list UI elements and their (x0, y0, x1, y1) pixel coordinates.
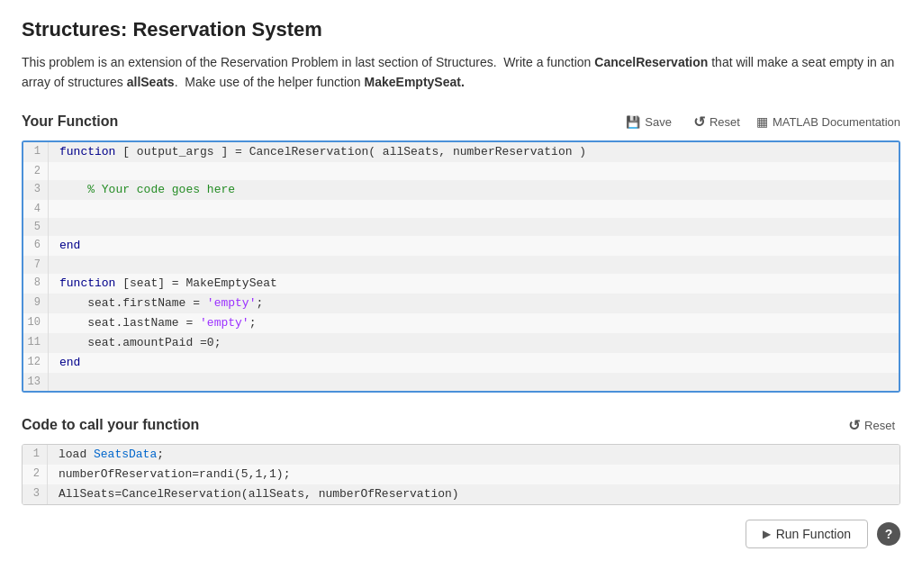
code-line-13: 13 (23, 373, 899, 391)
line-num-10: 10 (23, 313, 49, 333)
save-icon (626, 114, 640, 129)
call-line-num-3: 3 (23, 484, 48, 504)
reset-icon-2 (848, 417, 860, 434)
line-content-10: seat.lastName = 'empty'; (56, 313, 899, 333)
line-content-7 (56, 256, 899, 274)
line-num-11: 11 (23, 333, 49, 353)
call-function-header: Code to call your function Reset (22, 414, 900, 437)
line-num-5: 5 (23, 218, 49, 236)
line-content-9: seat.firstName = 'empty'; (56, 294, 899, 313)
page-title: Structures: Reservation System (22, 18, 900, 41)
code-line-3: 3 % Your code goes here (23, 180, 899, 200)
matlab-icon (756, 114, 768, 129)
code-line-6: 6 end (23, 236, 899, 256)
reset-icon (693, 113, 705, 131)
line-content-6: end (56, 236, 899, 256)
line-num-4: 4 (23, 200, 49, 218)
call-line-content-2: numberOfReservation=randi(5,1,1); (55, 465, 899, 484)
your-function-toolbar: Save Reset MATLAB Documentation (620, 111, 900, 133)
line-num-1: 1 (23, 142, 49, 162)
matlab-docs-label: MATLAB Documentation (773, 115, 900, 129)
line-content-5 (56, 218, 899, 236)
line-content-3: % Your code goes here (56, 180, 899, 200)
line-num-12: 12 (23, 353, 49, 373)
call-line-content-1: load SeatsData; (55, 445, 899, 465)
line-content-13 (56, 373, 899, 391)
reset-label: Reset (710, 115, 740, 129)
call-function-toolbar: Reset (843, 414, 900, 437)
call-line-content-3: AllSeats=CancelReservation(allSeats, num… (55, 484, 899, 504)
code-line-5: 5 (23, 218, 899, 236)
your-function-label: Your Function (22, 113, 118, 130)
code-line-12: 12 end (23, 353, 899, 373)
call-line-num-1: 1 (23, 445, 48, 465)
save-label: Save (645, 115, 672, 129)
description: This problem is an extension of the Rese… (22, 52, 900, 93)
run-label: Run Function (776, 527, 851, 541)
code-line-2: 2 (23, 162, 899, 180)
help-label: ? (885, 527, 893, 541)
reset-label-2: Reset (864, 419, 895, 432)
call-line-num-2: 2 (23, 465, 48, 484)
line-content-2 (56, 162, 899, 180)
line-num-3: 3 (23, 180, 49, 200)
matlab-docs-button[interactable]: MATLAB Documentation (756, 114, 900, 129)
line-num-9: 9 (23, 294, 49, 313)
play-icon: ▶ (763, 528, 771, 540)
line-num-13: 13 (23, 373, 49, 391)
line-content-12: end (56, 353, 899, 373)
run-function-button[interactable]: ▶ Run Function (746, 520, 868, 548)
line-num-6: 6 (23, 236, 49, 256)
call-function-label: Code to call your function (22, 417, 199, 433)
code-line-4: 4 (23, 200, 899, 218)
save-button[interactable]: Save (620, 112, 677, 131)
line-content-8: function [seat] = MakeEmptySeat (56, 274, 899, 294)
reset-button[interactable]: Reset (688, 111, 746, 133)
line-num-2: 2 (23, 162, 49, 180)
line-content-11: seat.amountPaid =0; (56, 333, 899, 353)
run-section: ▶ Run Function ? (22, 520, 900, 548)
your-function-editor[interactable]: 1 function [ output_args ] = CancelReser… (22, 140, 900, 393)
code-line-1: 1 function [ output_args ] = CancelReser… (23, 142, 899, 162)
help-button[interactable]: ? (877, 522, 900, 546)
call-line-3: 3 AllSeats=CancelReservation(allSeats, n… (23, 484, 899, 504)
line-content-4 (56, 200, 899, 218)
line-content-1: function [ output_args ] = CancelReserva… (56, 142, 899, 162)
your-function-header: Your Function Save Reset MATLAB Document… (22, 111, 900, 133)
code-line-7: 7 (23, 256, 899, 274)
call-function-editor[interactable]: 1 load SeatsData; 2 numberOfReservation=… (22, 444, 900, 505)
code-line-9: 9 seat.firstName = 'empty'; (23, 294, 899, 313)
code-line-10: 10 seat.lastName = 'empty'; (23, 313, 899, 333)
call-line-1: 1 load SeatsData; (23, 445, 899, 465)
code-line-8: 8 function [seat] = MakeEmptySeat (23, 274, 899, 294)
line-num-7: 7 (23, 256, 49, 274)
call-line-2: 2 numberOfReservation=randi(5,1,1); (23, 465, 899, 484)
reset-button-2[interactable]: Reset (843, 414, 900, 437)
code-line-11: 11 seat.amountPaid =0; (23, 333, 899, 353)
line-num-8: 8 (23, 274, 49, 294)
